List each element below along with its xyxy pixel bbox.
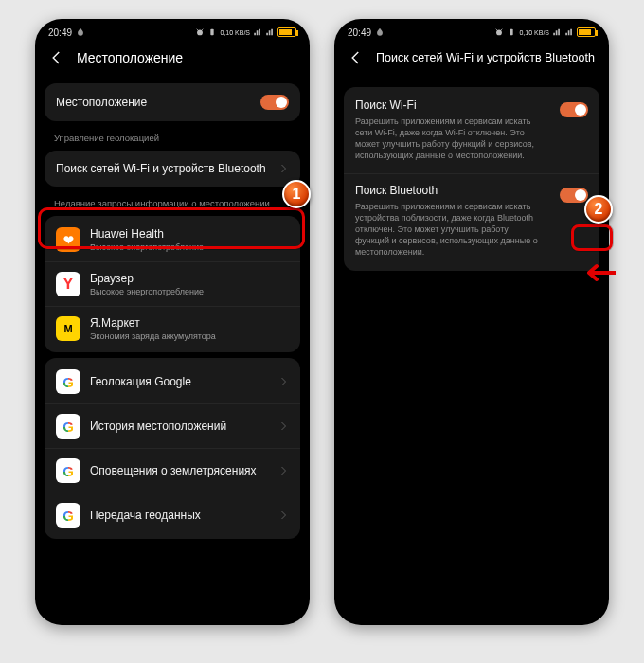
card-scan: Поиск сетей Wi-Fi и устройств Bluetooth [45, 151, 300, 187]
location-toggle[interactable] [260, 95, 289, 110]
page-title: Местоположение [77, 50, 183, 65]
row-app-market[interactable]: M Я.Маркет Экономия заряда аккумулятора [45, 306, 300, 350]
app-browser-sub: Высокое энергопотребление [90, 287, 289, 296]
card-google-services: G Геолокация Google G История местополож… [45, 358, 300, 539]
chevron-right-icon [277, 163, 289, 174]
app-browser-name: Браузер Высокое энергопотребление [90, 272, 289, 296]
google-icon: G [56, 369, 80, 394]
wifi-scan-toggle[interactable] [560, 102, 588, 117]
row-google-share[interactable]: G Передача геоданных [45, 493, 300, 537]
row-google-earthquake[interactable]: G Оповещения о землетрясениях [45, 448, 300, 493]
wifi-scan-desc: Разрешить приложениям и сервисам искать … [355, 116, 588, 162]
status-time: 20:49 [348, 27, 371, 38]
arrow-left-icon [578, 263, 616, 282]
app-market-name: Я.Маркет Экономия заряда аккумулятора [90, 316, 289, 341]
svg-rect-3 [510, 29, 513, 36]
leaf-icon [76, 27, 85, 37]
card-recent-apps: ❤ Huawei Health Высокое энергопотреблени… [45, 216, 300, 352]
status-bar: 20:49 0,10 KB/S [334, 19, 609, 45]
location-toggle-label: Местоположение [56, 96, 251, 109]
signal2-icon [265, 27, 275, 37]
back-icon[interactable] [348, 49, 365, 66]
vibrate-icon [507, 27, 516, 37]
row-app-browser[interactable]: Y Браузер Высокое энергопотребление [45, 261, 300, 306]
app-icon-market: M [56, 316, 80, 341]
status-time: 20:49 [48, 27, 72, 38]
google-icon: G [56, 503, 80, 528]
row-location-toggle[interactable]: Местоположение [45, 85, 300, 119]
row-app-huawei[interactable]: ❤ Huawei Health Высокое энергопотреблени… [45, 218, 300, 261]
signal-icon [253, 27, 262, 37]
wifi-scan-title: Поиск Wi-Fi [355, 99, 588, 112]
block-bt-scan[interactable]: Поиск Bluetooth Разрешить приложениям и … [344, 173, 599, 270]
title-bar: Местоположение [35, 45, 310, 78]
card-scan-options: Поиск Wi-Fi Разрешить приложениям и серв… [344, 87, 599, 271]
chevron-right-icon [277, 376, 289, 387]
card-location-toggle: Местоположение [45, 83, 300, 121]
app-icon-browser: Y [56, 272, 80, 296]
signal-icon [552, 27, 562, 37]
back-icon[interactable] [48, 49, 65, 66]
signal2-icon [564, 27, 574, 37]
google-icon: G [56, 458, 80, 483]
google-icon: G [56, 414, 80, 439]
row-wifi-bt-scan[interactable]: Поиск сетей Wi-Fi и устройств Bluetooth [45, 152, 300, 185]
app-huawei-name: Huawei Health Высокое энергопотребление [90, 227, 289, 252]
google-history-label: История местоположений [90, 420, 268, 433]
section-manage-label: Управление геолокацией [35, 127, 310, 145]
title-bar: Поиск сетей Wi-Fi и устройств Bluetooth [334, 45, 609, 78]
leaf-icon [375, 27, 385, 37]
svg-rect-1 [211, 29, 214, 36]
app-huawei-sub: Высокое энергопотребление [90, 242, 289, 252]
row-google-history[interactable]: G История местоположений [45, 403, 300, 448]
bt-scan-toggle[interactable] [560, 188, 588, 203]
page-title: Поиск сетей Wi-Fi и устройств Bluetooth [376, 51, 595, 64]
battery-icon [277, 27, 296, 37]
phone-right: 20:49 0,10 KB/S Поиск сете [334, 19, 609, 625]
chevron-right-icon [277, 510, 289, 521]
app-market-sub: Экономия заряда аккумулятора [90, 332, 289, 341]
scan-row-label: Поиск сетей Wi-Fi и устройств Bluetooth [56, 162, 268, 175]
alarm-icon [195, 27, 205, 37]
chevron-right-icon [277, 421, 289, 432]
svg-point-0 [198, 30, 204, 36]
bt-scan-desc: Разрешить приложениям и сервисам искать … [355, 201, 588, 259]
bt-scan-title: Поиск Bluetooth [355, 184, 588, 197]
callout-2: 2 [584, 195, 613, 224]
battery-icon [577, 27, 596, 37]
phone-left: 20:49 0,10 KB/S Местополож [35, 19, 310, 625]
chevron-right-icon [277, 465, 289, 476]
alarm-icon [494, 27, 504, 37]
status-bar: 20:49 0,10 KB/S [35, 19, 310, 45]
google-share-label: Передача геоданных [90, 509, 268, 522]
svg-point-2 [497, 30, 503, 36]
app-icon-huawei: ❤ [56, 227, 80, 252]
callout-1: 1 [282, 180, 311, 208]
row-google-location[interactable]: G Геолокация Google [45, 360, 300, 403]
vibrate-icon [207, 27, 217, 37]
section-recent-label: Недавние запросы информации о местополож… [35, 192, 310, 210]
status-net-speed: 0,10 KB/S [220, 29, 250, 36]
google-earthquake-label: Оповещения о землетрясениях [90, 464, 268, 477]
block-wifi-scan[interactable]: Поиск Wi-Fi Разрешить приложениям и серв… [344, 89, 599, 173]
google-location-label: Геолокация Google [90, 375, 268, 388]
status-net-speed: 0,10 KB/S [519, 29, 549, 36]
